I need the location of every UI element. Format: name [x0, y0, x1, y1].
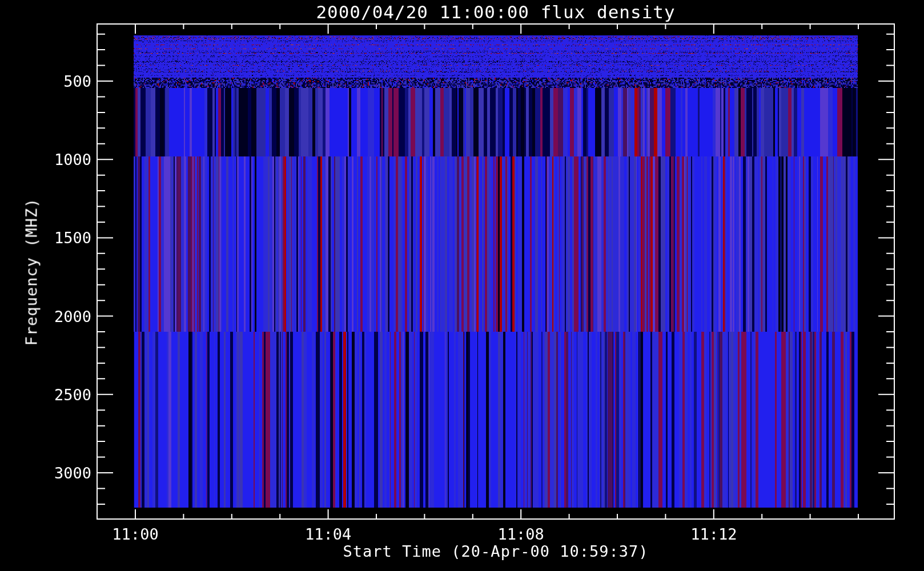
- spectrogram-canvas: [0, 0, 924, 571]
- x-tick-label-11-04: 11:04: [305, 526, 351, 542]
- y-tick-label-3000: 3000: [54, 465, 91, 481]
- x-axis-title: Start Time (20-Apr-00 10:59:37): [343, 544, 649, 559]
- x-tick-label-11-08: 11:08: [498, 526, 544, 542]
- y-tick-label-1000: 1000: [54, 152, 91, 167]
- y-axis-title: Frequency (MHZ): [24, 198, 39, 345]
- x-tick-label-11-12: 11:12: [690, 526, 737, 542]
- y-tick-label-2500: 2500: [54, 387, 91, 402]
- y-tick-label-1500: 1500: [54, 230, 91, 246]
- y-tick-label-500: 500: [63, 74, 91, 89]
- chart-title: 2000/04/20 11:00:00 flux density: [316, 3, 675, 21]
- y-tick-label-2000: 2000: [54, 308, 91, 324]
- x-tick-label-11-00: 11:00: [112, 526, 158, 542]
- spectrogram-figure: 2000/04/20 11:00:00 flux density 11:00 1…: [0, 0, 924, 571]
